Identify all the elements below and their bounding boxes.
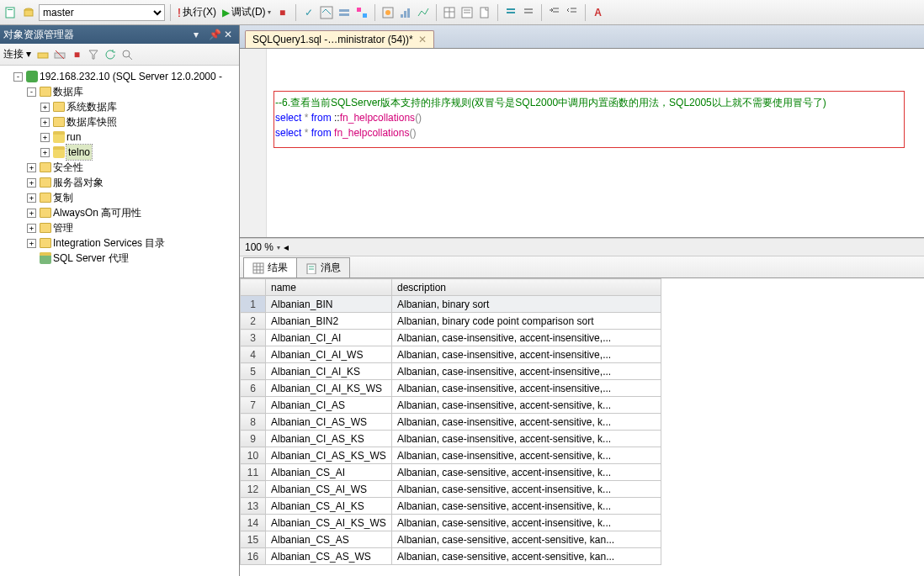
cell-name[interactable]: Albanian_CS_AS bbox=[266, 531, 392, 548]
rownum-cell[interactable]: 16 bbox=[241, 548, 266, 565]
rownum-cell[interactable]: 4 bbox=[241, 346, 266, 363]
indent-icon[interactable] bbox=[547, 5, 562, 20]
replication-node[interactable]: +复制 bbox=[27, 190, 239, 205]
new-query-icon[interactable] bbox=[3, 5, 19, 20]
tab-close-icon[interactable]: ✕ bbox=[418, 34, 427, 45]
cell-name[interactable]: Albanian_CS_AS_WS bbox=[266, 548, 392, 565]
table-row[interactable]: 5Albanian_CI_AI_KSAlbanian, case-insensi… bbox=[241, 363, 661, 380]
rownum-cell[interactable]: 11 bbox=[241, 464, 266, 481]
stop-icon[interactable]: ■ bbox=[70, 48, 83, 61]
table-row[interactable]: 2Albanian_BIN2Albanian, binary code poin… bbox=[241, 313, 661, 330]
table-row[interactable]: 3Albanian_CI_AIAlbanian, case-insensitiv… bbox=[241, 330, 661, 346]
cell-description[interactable]: Albanian, case-sensitive, accent-sensiti… bbox=[392, 548, 661, 565]
cell-description[interactable]: Albanian, case-insensitive, accent-insen… bbox=[392, 363, 661, 380]
cell-description[interactable]: Albanian, case-sensitive, accent-insensi… bbox=[392, 515, 661, 531]
panel-dropdown-icon[interactable]: ▾ bbox=[194, 29, 205, 40]
manage-node[interactable]: +管理 bbox=[27, 220, 239, 235]
comment-icon[interactable] bbox=[503, 5, 518, 20]
col-header-description[interactable]: description bbox=[392, 279, 661, 296]
filter-icon[interactable] bbox=[87, 48, 100, 61]
intellisense-icon[interactable] bbox=[354, 5, 369, 20]
results-grid-wrap[interactable]: name description 1Albanian_BINAlbanian, … bbox=[240, 278, 924, 576]
cell-description[interactable]: Albanian, case-sensitive, accent-insensi… bbox=[392, 498, 661, 515]
results-text-icon[interactable] bbox=[459, 5, 475, 20]
rownum-cell[interactable]: 14 bbox=[241, 515, 266, 531]
table-row[interactable]: 1Albanian_BINAlbanian, binary sort bbox=[241, 296, 661, 313]
rownum-cell[interactable]: 1 bbox=[241, 296, 266, 313]
cell-description[interactable]: Albanian, binary code point comparison s… bbox=[392, 313, 661, 330]
databases-node[interactable]: -数据库 bbox=[27, 84, 239, 99]
db-snapshots-node[interactable]: +数据库快照 bbox=[40, 114, 239, 129]
cell-name[interactable]: Albanian_CI_AS_WS bbox=[266, 414, 392, 431]
rownum-cell[interactable]: 12 bbox=[241, 481, 266, 498]
db-telno-node[interactable]: +telno bbox=[40, 145, 239, 160]
results-tab[interactable]: 结果 bbox=[243, 257, 297, 277]
cancel-icon[interactable]: ■ bbox=[275, 5, 290, 20]
cell-name[interactable]: Albanian_CI_AS_KS_WS bbox=[266, 447, 392, 464]
panel-pin-icon[interactable]: 📌 bbox=[209, 29, 220, 40]
table-row[interactable]: 7Albanian_CI_ASAlbanian, case-insensitiv… bbox=[241, 397, 661, 414]
cell-name[interactable]: Albanian_CS_AI_KS_WS bbox=[266, 515, 392, 531]
include-stats-icon[interactable] bbox=[398, 5, 413, 20]
zoom-dropdown-icon[interactable]: ▾ bbox=[277, 244, 280, 251]
estimated-plan-icon[interactable] bbox=[319, 5, 334, 20]
table-row[interactable]: 6Albanian_CI_AI_KS_WSAlbanian, case-inse… bbox=[241, 380, 661, 397]
table-row[interactable]: 8Albanian_CI_AS_WSAlbanian, case-insensi… bbox=[241, 414, 661, 431]
table-row[interactable]: 16Albanian_CS_AS_WSAlbanian, case-sensit… bbox=[241, 548, 661, 565]
table-row[interactable]: 9Albanian_CI_AS_KSAlbanian, case-insensi… bbox=[241, 431, 661, 447]
execute-button[interactable]: !执行(X) bbox=[176, 5, 218, 19]
object-tree[interactable]: -192.168.232.10 (SQL Server 12.0.2000 - … bbox=[0, 66, 239, 576]
cell-name[interactable]: Albanian_CI_AI_WS bbox=[266, 346, 392, 363]
rownum-cell[interactable]: 15 bbox=[241, 531, 266, 548]
sys-databases-node[interactable]: +系统数据库 bbox=[40, 99, 239, 114]
cell-name[interactable]: Albanian_CI_AI bbox=[266, 330, 392, 346]
split-left-icon[interactable]: ◂ bbox=[284, 241, 289, 253]
zoom-value[interactable]: 100 % bbox=[245, 241, 273, 253]
uncomment-icon[interactable] bbox=[521, 5, 536, 20]
results-grid-icon[interactable] bbox=[442, 5, 457, 20]
cell-description[interactable]: Albanian, case-sensitive, accent-sensiti… bbox=[392, 531, 661, 548]
messages-tab[interactable]: 消息 bbox=[296, 257, 350, 277]
cell-name[interactable]: Albanian_CS_AI_WS bbox=[266, 481, 392, 498]
table-row[interactable]: 15Albanian_CS_ASAlbanian, case-sensitive… bbox=[241, 531, 661, 548]
rownum-cell[interactable]: 5 bbox=[241, 363, 266, 380]
cell-description[interactable]: Albanian, case-insensitive, accent-sensi… bbox=[392, 397, 661, 414]
live-stats-icon[interactable] bbox=[416, 5, 431, 20]
cell-name[interactable]: Albanian_CI_AS bbox=[266, 397, 392, 414]
parse-icon[interactable]: ✓ bbox=[301, 5, 316, 20]
table-row[interactable]: 4Albanian_CI_AI_WSAlbanian, case-insensi… bbox=[241, 346, 661, 363]
sql-editor[interactable]: --6.查看当前SQLServer版本支持的排序规则(双冒号是SQL2000中调… bbox=[240, 49, 924, 238]
cell-description[interactable]: Albanian, case-insensitive, accent-insen… bbox=[392, 330, 661, 346]
cell-name[interactable]: Albanian_BIN bbox=[266, 296, 392, 313]
query-options-icon[interactable] bbox=[337, 5, 352, 20]
rownum-cell[interactable]: 8 bbox=[241, 414, 266, 431]
col-header-name[interactable]: name bbox=[266, 279, 392, 296]
cell-description[interactable]: Albanian, case-insensitive, accent-sensi… bbox=[392, 414, 661, 431]
db-run-node[interactable]: +run bbox=[40, 129, 239, 145]
cell-description[interactable]: Albanian, case-insensitive, accent-insen… bbox=[392, 380, 661, 397]
rownum-cell[interactable]: 13 bbox=[241, 498, 266, 515]
cell-name[interactable]: Albanian_CI_AS_KS bbox=[266, 431, 392, 447]
rownum-cell[interactable]: 3 bbox=[241, 330, 266, 346]
table-row[interactable]: 12Albanian_CS_AI_WSAlbanian, case-sensit… bbox=[241, 481, 661, 498]
rownum-cell[interactable]: 7 bbox=[241, 397, 266, 414]
refresh-icon[interactable] bbox=[104, 48, 117, 61]
results-grid[interactable]: name description 1Albanian_BINAlbanian, … bbox=[240, 278, 661, 565]
table-row[interactable]: 11Albanian_CS_AIAlbanian, case-sensitive… bbox=[241, 464, 661, 481]
rownum-header[interactable] bbox=[241, 279, 266, 296]
debug-button[interactable]: ▶调试(D)▾ bbox=[220, 5, 273, 19]
cell-name[interactable]: Albanian_BIN2 bbox=[266, 313, 392, 330]
disconnect-icon[interactable] bbox=[53, 48, 66, 61]
table-row[interactable]: 13Albanian_CS_AI_KSAlbanian, case-sensit… bbox=[241, 498, 661, 515]
panel-close-icon[interactable]: ✕ bbox=[224, 29, 236, 40]
outdent-icon[interactable] bbox=[565, 5, 580, 20]
table-row[interactable]: 10Albanian_CI_AS_KS_WSAlbanian, case-ins… bbox=[241, 447, 661, 464]
connect-button[interactable]: 连接 ▾ bbox=[3, 47, 31, 61]
cell-description[interactable]: Albanian, binary sort bbox=[392, 296, 661, 313]
change-conn-icon[interactable] bbox=[21, 5, 36, 20]
include-plan-icon[interactable] bbox=[380, 5, 396, 20]
specify-values-icon[interactable]: A bbox=[591, 5, 606, 20]
editor-tab[interactable]: SQLQuery1.sql -…ministrator (54))* ✕ bbox=[245, 30, 434, 48]
cell-description[interactable]: Albanian, case-sensitive, accent-insensi… bbox=[392, 464, 661, 481]
security-node[interactable]: +安全性 bbox=[27, 160, 239, 175]
